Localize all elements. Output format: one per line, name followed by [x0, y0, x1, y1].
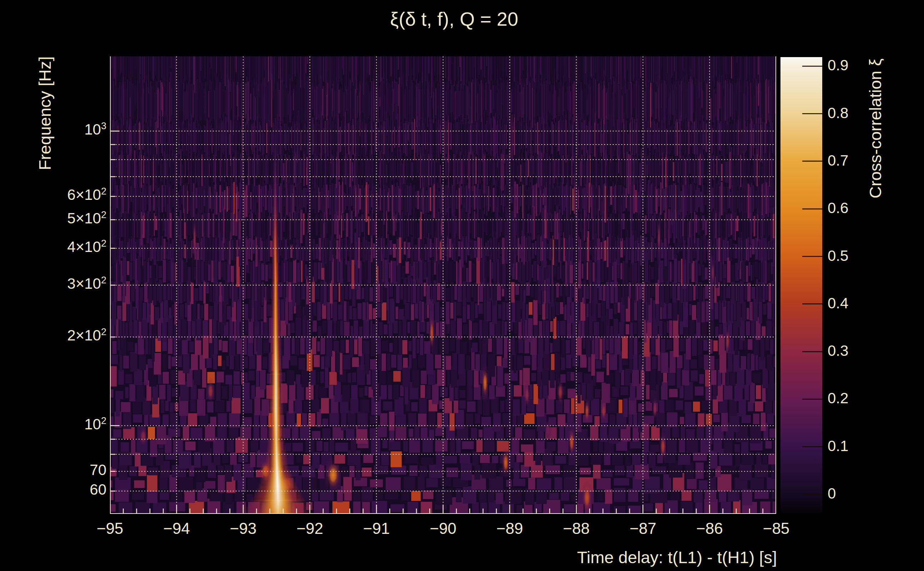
colorbar-tickmark: [802, 399, 822, 400]
colorbar-tick-label: 0.1: [828, 438, 848, 455]
y-tick-label: 3×102: [0, 275, 107, 292]
x-axis-title: Time delay: t(L1) - t(H1) [s]: [577, 548, 777, 567]
page: { "figure": { "background": "#000000", "…: [0, 0, 924, 571]
colorbar-tickmark: [802, 256, 822, 257]
colorbar-tick-label: 0.7: [828, 152, 848, 169]
x-tick-label: −88: [563, 520, 590, 537]
colorbar-tick-label: 0.2: [828, 390, 848, 407]
colorbar-tickmark: [802, 208, 822, 210]
colorbar-tickmark: [802, 303, 822, 304]
colorbar-tick-label: 0: [828, 485, 836, 502]
colorbar-tick-label: 0.8: [828, 105, 848, 122]
y-tick-label: 2×102: [0, 327, 107, 344]
x-tick-label: −95: [97, 520, 124, 537]
y-tick-label: 6×102: [0, 186, 107, 204]
colorbar-tickmark: [802, 494, 822, 495]
colorbar-gradient: [780, 57, 822, 513]
colorbar-tickmark: [802, 113, 822, 114]
y-tick-label: 5×102: [0, 210, 107, 227]
y-tick-label: 70: [0, 461, 107, 478]
colorbar-tickmark: [802, 66, 822, 67]
colorbar-tick-label: 0.3: [828, 342, 848, 360]
y-axis-title: Frequency [Hz]: [35, 56, 55, 170]
x-tick-label: −93: [230, 520, 257, 537]
y-tick-label: 60: [0, 481, 107, 498]
x-tick-label: −86: [696, 520, 723, 537]
x-tick-label: −94: [163, 520, 190, 537]
colorbar-tick-label: 0.4: [828, 295, 848, 312]
x-tick-label: −89: [496, 520, 523, 537]
colorbar-tick-label: 0.9: [828, 57, 848, 74]
x-tick-label: −85: [763, 520, 790, 537]
colorbar-tickmark: [802, 351, 822, 352]
colorbar-title: Cross-correlation ξ: [865, 59, 885, 198]
colorbar-tick-label: 0.5: [828, 247, 848, 264]
colorbar-tickmark: [802, 160, 822, 162]
y-tick-label: 102: [0, 416, 107, 433]
x-tick-label: −87: [629, 520, 656, 537]
x-tick-label: −92: [296, 520, 323, 537]
chart-title: ξ(δ t, f), Q = 20: [390, 8, 518, 30]
x-tick-label: −90: [430, 520, 457, 537]
y-tick-label: 4×102: [0, 238, 107, 256]
x-tick-label: −91: [363, 520, 390, 537]
colorbar-tickmark: [802, 446, 822, 447]
colorbar-tick-label: 0.6: [828, 199, 848, 217]
heatmap-canvas: [110, 56, 776, 514]
y-tick-label: 103: [0, 121, 107, 138]
colorbar: [780, 57, 822, 513]
